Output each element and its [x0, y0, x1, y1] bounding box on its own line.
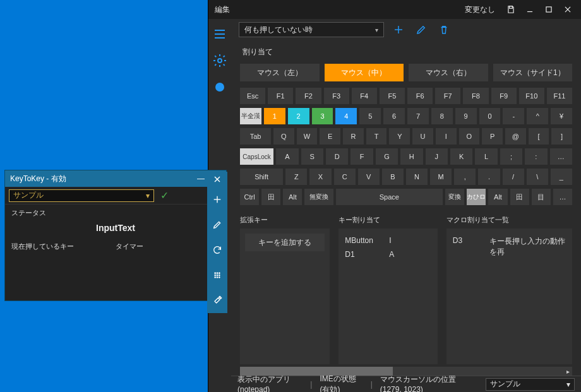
keyboard-key[interactable]: N	[406, 169, 428, 185]
keyboard-key[interactable]: ¥	[551, 108, 572, 124]
keyboard-key[interactable]: 0	[479, 108, 501, 124]
keyboard-key[interactable]: F5	[380, 88, 405, 104]
keyboard-key[interactable]: .	[478, 169, 500, 185]
keyboard-key[interactable]: @	[505, 128, 526, 145]
keyboard-key[interactable]: 5	[359, 108, 381, 124]
keyboard-key[interactable]: F2	[296, 88, 321, 104]
save-icon[interactable]	[501, 1, 520, 18]
keyboard-key[interactable]: V	[358, 169, 380, 185]
keyboard-key[interactable]: Alt	[488, 189, 507, 205]
keyboard-key[interactable]: F1	[268, 88, 293, 104]
keyboard-key[interactable]: …	[550, 148, 572, 165]
add-key-button[interactable]: キーを追加する	[245, 234, 325, 251]
keyboard-key[interactable]: 9	[455, 108, 477, 124]
keyboard-key[interactable]: H	[400, 148, 422, 165]
keyboard-key[interactable]: 8	[431, 108, 453, 124]
keyboard-key[interactable]: [	[529, 128, 549, 145]
keyboard-key[interactable]: Esc	[240, 88, 265, 104]
keyboard-key[interactable]: J	[426, 148, 448, 165]
keyboard-key[interactable]: ;	[500, 148, 522, 165]
keyboard-key[interactable]: F8	[463, 88, 488, 104]
keyboard-key[interactable]: 6	[383, 108, 405, 124]
keyboard-key[interactable]: 半全漢	[240, 108, 261, 124]
minimize-button[interactable]	[520, 1, 539, 18]
minimize-button[interactable]: —	[193, 174, 208, 183]
keyboard-key[interactable]: Z	[285, 169, 307, 185]
mouse-button[interactable]: マウス（右）	[409, 64, 488, 81]
keyboard-key[interactable]: F4	[352, 88, 377, 104]
keyboard-key[interactable]: R	[343, 128, 364, 145]
keyboard-key[interactable]: Q	[273, 128, 294, 145]
keyboard-key[interactable]: C	[334, 169, 356, 185]
keyboard-key[interactable]: -	[503, 108, 524, 124]
keyboard-key[interactable]: K	[450, 148, 472, 165]
scroll-right-icon[interactable]: ▸	[563, 367, 572, 376]
keyboard-key[interactable]: F	[350, 148, 373, 165]
keyboard-key[interactable]: CapsLock	[240, 148, 273, 165]
keyboard-key[interactable]: X	[309, 169, 331, 185]
keyboard-key[interactable]: 3	[312, 108, 333, 124]
keyboard-key[interactable]: F3	[324, 88, 349, 104]
gear-icon[interactable]	[212, 53, 227, 68]
macro-map-row[interactable]: D3キー長押し入力の動作を再	[452, 234, 567, 260]
keyboard-key[interactable]: F6	[407, 88, 433, 104]
keyboard-key[interactable]: …	[553, 189, 572, 205]
keyboard-key[interactable]: \	[527, 169, 548, 185]
add-condition-icon[interactable]	[393, 24, 404, 35]
key-map-row[interactable]: MButtonI	[344, 234, 433, 247]
horizontal-scrollbar[interactable]: ◂ ▸	[240, 367, 572, 376]
mouse-button[interactable]: マウス（中）	[325, 64, 404, 81]
keyboard-key[interactable]: Shift	[240, 169, 283, 185]
keyboard-key[interactable]: ,	[454, 169, 476, 185]
keyboard-key[interactable]: /	[503, 169, 524, 185]
close-icon[interactable]	[207, 172, 227, 187]
mouse-button[interactable]: マウス（左）	[240, 64, 320, 81]
mouse-button[interactable]: マウス（サイド1）	[493, 64, 573, 81]
keyboard-key[interactable]: Space	[336, 189, 443, 205]
plus-icon[interactable]	[207, 187, 227, 212]
keyboard-key[interactable]: 田	[510, 189, 529, 205]
keyboard-key[interactable]: 4	[335, 108, 357, 124]
keyboard-key[interactable]: F11	[547, 88, 572, 104]
keyboard-key[interactable]: Alt	[283, 189, 302, 205]
keyboard-key[interactable]: ^	[527, 108, 548, 124]
keyboard-key[interactable]: F9	[491, 88, 517, 104]
close-button[interactable]	[558, 1, 577, 18]
keyboard-key[interactable]: 目	[532, 189, 551, 205]
pencil-icon[interactable]	[207, 212, 227, 237]
keyboard-key[interactable]: F7	[435, 88, 460, 104]
keyboard-key[interactable]: 田	[261, 189, 280, 205]
keyboard-key[interactable]: W	[297, 128, 318, 145]
keyboard-key[interactable]: 1	[264, 108, 285, 124]
delete-condition-icon[interactable]	[438, 24, 450, 35]
keyboard-key[interactable]: _	[551, 169, 572, 185]
keyboard-key[interactable]: 2	[288, 108, 309, 124]
keyboard-key[interactable]: 変換	[445, 189, 464, 205]
keyboard-key[interactable]: U	[412, 128, 433, 145]
keyboard-key[interactable]: O	[459, 128, 480, 145]
keyboard-key[interactable]: ]	[551, 128, 572, 145]
keyboard-key[interactable]: G	[376, 148, 398, 165]
keyboard-key[interactable]: I	[436, 128, 457, 145]
keyboard-key[interactable]: S	[301, 148, 323, 165]
edit-condition-icon[interactable]	[416, 24, 427, 35]
keyboard-key[interactable]: F10	[519, 88, 544, 104]
profile-select[interactable]: サンプル ▾	[486, 378, 575, 391]
keyboard-key[interactable]: Tab	[240, 128, 271, 145]
condition-select[interactable]: 何も押していない時 ▾	[239, 22, 384, 37]
scrollbar-thumb[interactable]	[240, 367, 393, 376]
refresh-icon[interactable]	[207, 237, 227, 263]
keyboard-key[interactable]: L	[475, 148, 497, 165]
keyboard-key[interactable]: Ctrl	[240, 189, 259, 205]
key-map-row[interactable]: D1A	[344, 247, 433, 261]
current-tab-icon[interactable]	[212, 80, 227, 95]
keyboard-key[interactable]: 7	[407, 108, 429, 124]
keyboard-key[interactable]: Y	[389, 128, 410, 145]
keyboard-key[interactable]: E	[320, 128, 340, 145]
keyboard-key[interactable]: P	[482, 128, 503, 145]
keyboard-key[interactable]: M	[430, 169, 452, 185]
check-icon[interactable]: ✓	[160, 189, 169, 201]
keyboard-key[interactable]: T	[366, 128, 387, 145]
menu-icon[interactable]	[212, 27, 227, 42]
tools-icon[interactable]	[207, 288, 227, 313]
